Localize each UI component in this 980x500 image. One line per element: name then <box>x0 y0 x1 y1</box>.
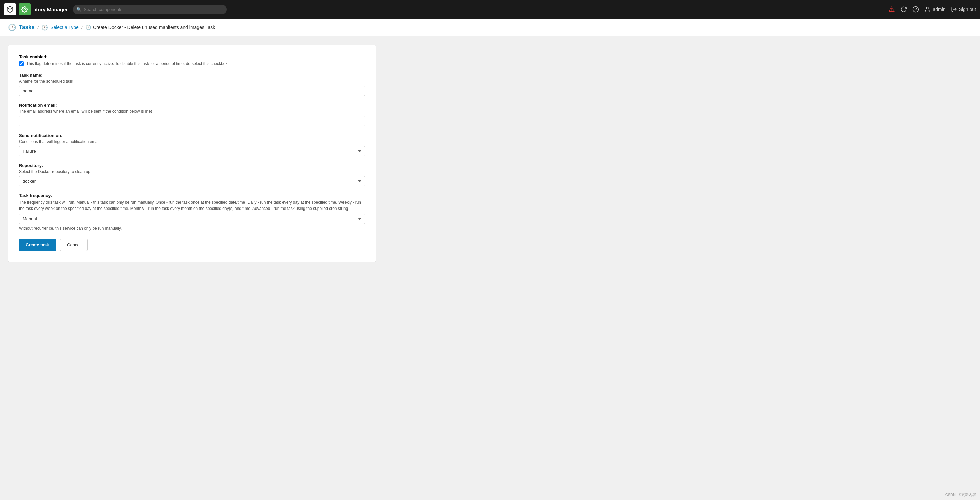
repository-label: Repository: <box>19 163 365 168</box>
notification-email-hint: The email address where an email will be… <box>19 109 365 114</box>
task-name-hint: A name for the scheduled task <box>19 79 365 84</box>
signout-button[interactable]: Sign out <box>951 6 976 13</box>
user-area: admin <box>924 6 945 13</box>
form-card: Task enabled: This flag determines if th… <box>8 45 376 262</box>
task-enabled-label: Task enabled: <box>19 54 365 59</box>
notification-email-label: Notification email: <box>19 103 365 108</box>
task-frequency-group: Task frequency: The frequency this task … <box>19 193 365 231</box>
task-frequency-description: The frequency this task will run. Manual… <box>19 200 365 211</box>
repository-hint: Select the Docker repository to clean up <box>19 169 365 174</box>
task-enabled-checkbox-row: This flag determines if the task is curr… <box>19 61 365 66</box>
select-type-clock-icon: 🕐 <box>41 24 48 31</box>
tasks-clock-icon: 🕐 <box>8 24 16 32</box>
topnav: itory Manager 🔍 ⚠ admin <box>0 0 980 19</box>
search-wrap: 🔍 <box>73 5 227 14</box>
manual-hint: Without recurrence, this service can onl… <box>19 226 365 231</box>
task-name-input[interactable] <box>19 86 365 96</box>
button-row: Create task Cancel <box>19 239 365 251</box>
app-title: itory Manager <box>35 7 68 13</box>
notification-email-group: Notification email: The email address wh… <box>19 103 365 126</box>
task-name-group: Task name: A name for the scheduled task <box>19 73 365 96</box>
breadcrumb-sep-1: / <box>37 25 39 30</box>
nav-settings-icon[interactable] <box>19 3 31 15</box>
notification-email-input[interactable] <box>19 116 365 126</box>
breadcrumb-sep-2: / <box>81 25 83 30</box>
svg-point-1 <box>24 9 26 10</box>
current-clock-icon: 🕐 <box>85 25 91 30</box>
breadcrumb: 🕐 Tasks / 🕐 Select a Type / 🕐 Create Doc… <box>0 19 980 37</box>
topnav-right: ⚠ admin <box>888 5 976 14</box>
cancel-button[interactable]: Cancel <box>60 239 87 251</box>
signout-label: Sign out <box>959 7 976 12</box>
task-frequency-label: Task frequency: <box>19 193 365 198</box>
breadcrumb-tasks-link[interactable]: Tasks <box>19 24 35 31</box>
send-notification-select[interactable]: Failure Success Always <box>19 146 365 156</box>
breadcrumb-current: 🕐 Create Docker - Delete unused manifest… <box>85 25 215 30</box>
task-name-label: Task name: <box>19 73 365 78</box>
repository-select[interactable]: docker <box>19 176 365 187</box>
breadcrumb-select-type[interactable]: 🕐 Select a Type <box>41 24 79 31</box>
breadcrumb-current-label: Create Docker - Delete unused manifests … <box>93 25 215 30</box>
nav-package-icon[interactable] <box>4 3 16 15</box>
refresh-button[interactable] <box>900 6 907 13</box>
send-notification-group: Send notification on: Conditions that wi… <box>19 133 365 156</box>
send-notification-hint: Conditions that will trigger a notificat… <box>19 139 365 144</box>
repository-group: Repository: Select the Docker repository… <box>19 163 365 187</box>
search-icon: 🔍 <box>76 7 82 12</box>
help-button[interactable] <box>912 6 919 13</box>
task-enabled-group: Task enabled: This flag determines if th… <box>19 54 365 66</box>
create-task-button[interactable]: Create task <box>19 239 56 251</box>
send-notification-label: Send notification on: <box>19 133 365 138</box>
task-frequency-select[interactable]: Manual Once Daily Weekly Monthly Advance… <box>19 214 365 224</box>
search-input[interactable] <box>73 5 227 14</box>
svg-point-4 <box>926 7 929 9</box>
main-content: Task enabled: This flag determines if th… <box>0 37 980 270</box>
username-label: admin <box>932 7 945 12</box>
task-enabled-checkbox[interactable] <box>19 61 24 66</box>
alert-icon[interactable]: ⚠ <box>888 5 895 14</box>
breadcrumb-select-type-label: Select a Type <box>50 25 79 30</box>
task-enabled-hint: This flag determines if the task is curr… <box>26 61 229 66</box>
